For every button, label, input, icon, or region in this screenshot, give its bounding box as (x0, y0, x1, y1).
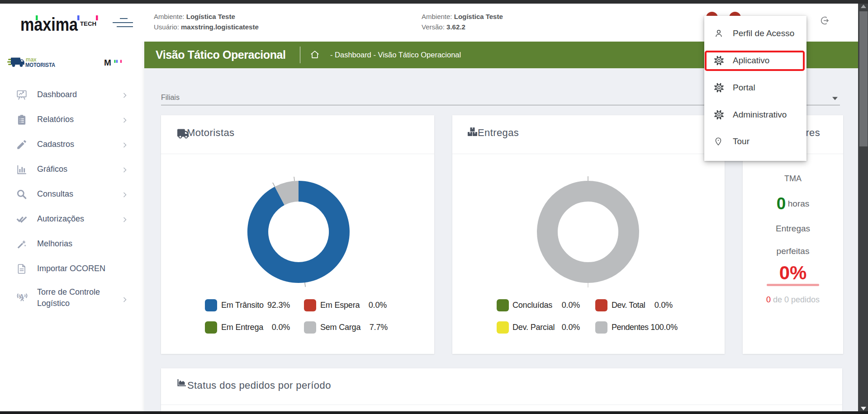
svg-text:M: M (104, 58, 111, 66)
svg-text:MOTORISTA: MOTORISTA (25, 61, 56, 68)
svg-text:maxima: maxima (20, 14, 78, 34)
svg-text:TECH: TECH (80, 20, 96, 27)
